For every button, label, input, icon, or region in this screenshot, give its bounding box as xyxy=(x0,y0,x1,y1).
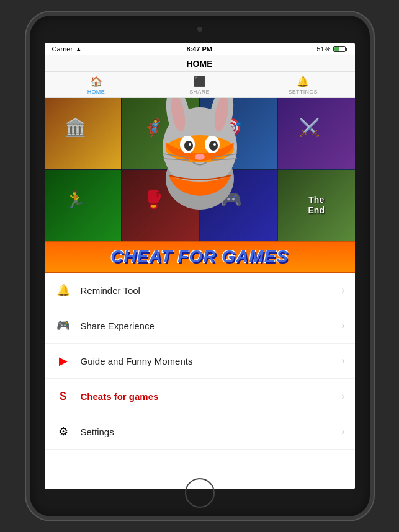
svg-point-13 xyxy=(195,154,205,160)
banner-text: Cheat for Games xyxy=(51,247,349,267)
svg-point-10 xyxy=(209,141,218,151)
svg-point-12 xyxy=(213,143,216,146)
menu-item-reminder[interactable]: 🔔 Reminder Tool › xyxy=(45,273,355,308)
tab-share-label: SHARE xyxy=(189,89,210,95)
chevron-guide: › xyxy=(341,355,344,366)
chevron-cheats: › xyxy=(341,391,344,402)
menu-label-share: Share Experience xyxy=(81,321,342,331)
chevron-reminder: › xyxy=(341,285,344,296)
nav-header: HOME xyxy=(45,55,355,72)
game-thumb-1: 🏛️ xyxy=(45,98,122,169)
menu-label-settings: Settings xyxy=(81,427,342,437)
screen: Carrier ▲ 8:47 PM 51% HOME 🏠 HOME xyxy=(45,43,355,489)
gear-icon: ⚙ xyxy=(55,423,72,440)
tab-settings-label: SETTINGS xyxy=(288,89,317,95)
battery-percent: 51% xyxy=(316,45,330,53)
mascot-image xyxy=(144,98,256,216)
bell-menu-icon: 🔔 xyxy=(55,282,72,299)
menu-label-guide: Guide and Funny Moments xyxy=(81,356,342,366)
tab-home[interactable]: 🏠 HOME xyxy=(45,72,148,97)
wifi-signal: ▲ xyxy=(75,45,82,53)
menu-item-settings[interactable]: ⚙ Settings › xyxy=(45,414,355,450)
device: Carrier ▲ 8:47 PM 51% HOME 🏠 HOME xyxy=(26,12,374,520)
home-icon: 🏠 xyxy=(90,76,102,87)
status-left: Carrier ▲ xyxy=(52,45,83,53)
dollar-icon: $ xyxy=(55,388,72,405)
tab-bar: 🏠 HOME ⬛ SHARE 🔔 SETTINGS xyxy=(45,72,355,98)
tab-home-label: HOME xyxy=(87,89,105,95)
game-thumb-4: ⚔️ xyxy=(278,98,355,169)
banner: Cheat for Games xyxy=(45,241,355,273)
svg-point-11 xyxy=(189,143,191,146)
hero-image: 🏛️ 🦸 🎯 ⚔️ 🏃 🥊 🎮 xyxy=(45,98,355,241)
menu-item-guide[interactable]: ▶ Guide and Funny Moments › xyxy=(45,344,355,379)
menu-item-cheats[interactable]: $ Cheats for games › xyxy=(45,379,355,414)
page-title: HOME xyxy=(187,59,213,69)
youtube-icon: ▶ xyxy=(55,352,72,370)
gamepad-icon: 🎮 xyxy=(55,317,72,334)
status-bar: Carrier ▲ 8:47 PM 51% xyxy=(45,43,355,55)
chevron-share: › xyxy=(341,320,344,331)
status-right: 51% xyxy=(316,45,347,53)
chevron-settings: › xyxy=(341,426,344,437)
status-time: 8:47 PM xyxy=(186,45,212,53)
carrier-label: Carrier xyxy=(52,45,73,53)
battery-icon xyxy=(333,46,347,52)
menu-item-share[interactable]: 🎮 Share Experience › xyxy=(45,308,355,344)
svg-point-9 xyxy=(184,141,193,151)
tab-settings[interactable]: 🔔 SETTINGS xyxy=(251,72,355,97)
menu-label-cheats: Cheats for games xyxy=(81,391,342,402)
bell-icon: 🔔 xyxy=(297,76,309,87)
menu-label-reminder: Reminder Tool xyxy=(81,285,342,296)
game-thumb-5: 🏃 xyxy=(45,170,122,241)
tab-share[interactable]: ⬛ SHARE xyxy=(148,72,251,97)
the-end-text: TheEnd xyxy=(308,195,325,216)
share-icon: ⬛ xyxy=(194,76,206,87)
menu-list: 🔔 Reminder Tool › 🎮 Share Experience › ▶… xyxy=(45,273,355,489)
game-thumb-8: TheEnd xyxy=(278,170,355,241)
